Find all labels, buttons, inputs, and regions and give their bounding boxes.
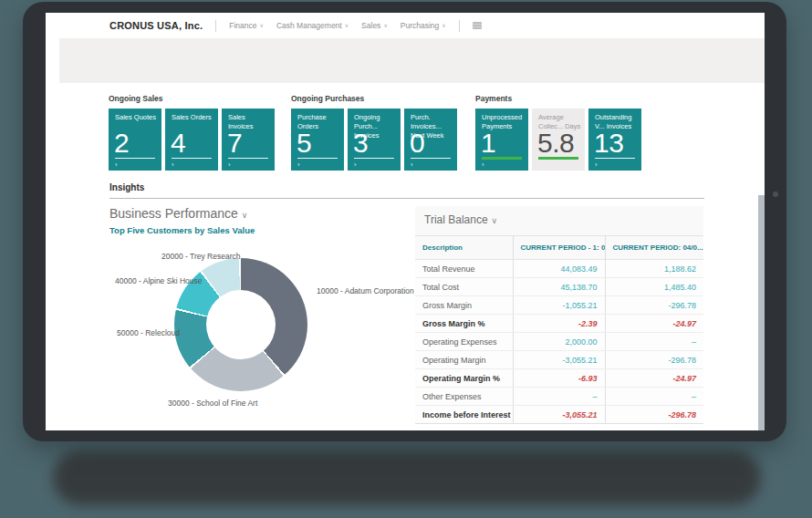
chart-label-school-of-fine-art: 30000 - School of Fine Art — [168, 399, 257, 408]
tile-underline — [595, 158, 635, 159]
app-screen: CRONUS USA, Inc. Finance∨ Cash Managemen… — [46, 13, 765, 430]
insights-divider — [109, 198, 704, 199]
table-row: Operating Expenses 2,000.00 – — [415, 333, 703, 351]
chevron-down-icon: ∨ — [259, 23, 263, 28]
chevron-right-icon: › — [354, 161, 357, 169]
chart-label-adatum: 10000 - Adatum Corporation — [317, 286, 414, 295]
table-header-row: Description CURRENT PERIOD - 1: 0... CUR… — [415, 236, 703, 260]
group-title: Ongoing Sales — [109, 94, 275, 103]
tile-kpi-bar — [538, 157, 578, 160]
company-name: CRONUS USA, Inc. — [109, 20, 203, 31]
nav-item-finance[interactable]: Finance∨ — [229, 21, 264, 30]
insights-heading: Insights — [109, 182, 144, 192]
tile-group-payments: Payments Unprocessed Payments 1 › Averag… — [475, 94, 641, 171]
chevron-right-icon: › — [595, 161, 598, 169]
chevron-down-icon: ∨ — [383, 23, 387, 28]
table-row: Gross Margin -1,055.21 -296.78 — [415, 296, 703, 315]
chevron-right-icon: › — [482, 161, 484, 169]
tile-sales-quotes[interactable]: Sales Quotes 2 › — [109, 109, 161, 171]
tile-sales-orders[interactable]: Sales Orders 4 › — [165, 109, 218, 171]
nav-divider — [215, 20, 216, 32]
nav-divider — [459, 20, 460, 32]
nav-item-purchasing[interactable]: Purchasing∨ — [401, 21, 446, 30]
col-header-current-period-1[interactable]: CURRENT PERIOD - 1: 0... — [513, 236, 605, 260]
chevron-right-icon: › — [172, 161, 174, 169]
nav-item-sales[interactable]: Sales∨ — [361, 21, 388, 30]
chevron-down-icon: ∨ — [345, 23, 349, 28]
apps-grid-icon[interactable] — [473, 22, 482, 29]
tile-sales-invoices[interactable]: Sales Invoices 7 › — [222, 109, 275, 171]
device-stand-shadow — [53, 451, 761, 505]
table-row: Other Expenses – – — [415, 388, 703, 406]
table-row: Total Cost 45,138.70 1,485.40 — [415, 278, 703, 296]
tile-group-ongoing-sales: Ongoing Sales Sales Quotes 2 › Sales Ord… — [109, 94, 275, 171]
tile-average-collection-days[interactable]: Average Collec... Days 5.8 — [532, 109, 585, 171]
tile-underline — [172, 158, 212, 159]
tile-outstanding-vendor-invoices[interactable]: Outstanding V... Invoices 13 › — [588, 109, 641, 171]
tile-underline — [411, 158, 451, 159]
chevron-right-icon: › — [297, 161, 300, 169]
chevron-down-icon: ∨ — [242, 211, 248, 220]
tablet-frame: CRONUS USA, Inc. Finance∨ Cash Managemen… — [23, 2, 786, 441]
chart-title: Top Five Customers by Sales Value — [109, 225, 255, 235]
trial-balance-table: Description CURRENT PERIOD - 1: 0... CUR… — [415, 235, 703, 424]
chevron-down-icon: ∨ — [492, 216, 498, 225]
camera-dot — [773, 192, 778, 197]
group-title: Payments — [475, 94, 641, 103]
chart-label-trey-research: 20000 - Trey Research — [161, 252, 240, 261]
table-row: Operating Margin % -6.93 -24.97 — [415, 369, 703, 388]
tile-underline — [228, 158, 268, 159]
tile-underline — [297, 158, 338, 159]
tile-unprocessed-payments[interactable]: Unprocessed Payments 1 › — [475, 109, 528, 171]
business-performance-selector[interactable]: Business Performance∨ — [109, 206, 247, 221]
tile-purchase-invoices-next-week[interactable]: Purch. Invoices... Next Week 0 › — [404, 109, 457, 171]
vertical-scrollbar-thumb[interactable] — [758, 195, 765, 430]
table-row: Income before Interest ... -3,055.21 -29… — [415, 406, 703, 424]
tile-kpi-bar — [482, 157, 522, 160]
table-row: Gross Margin % -2.39 -24.97 — [415, 315, 703, 333]
trial-balance-selector[interactable]: Trial Balance∨ — [415, 206, 703, 226]
chevron-right-icon: › — [411, 161, 413, 169]
group-title: Ongoing Purchases — [291, 94, 457, 103]
col-header-description[interactable]: Description — [415, 236, 513, 260]
top-navbar: CRONUS USA, Inc. Finance∨ Cash Managemen… — [46, 13, 765, 38]
trial-balance-panel: Trial Balance∨ Description CURRENT PERIO… — [415, 206, 703, 424]
hero-band — [59, 38, 765, 83]
chevron-right-icon: › — [115, 161, 118, 169]
tile-purchase-orders[interactable]: Purchase Orders 5 › — [291, 109, 344, 171]
nav-item-cash-management[interactable]: Cash Management∨ — [276, 21, 349, 30]
tile-group-ongoing-purchases: Ongoing Purchases Purchase Orders 5 › On… — [291, 94, 457, 171]
tile-ongoing-purchase-invoices[interactable]: Ongoing Purch... Invoices 3 › — [348, 109, 401, 171]
tile-underline — [115, 158, 155, 159]
col-header-current-period[interactable]: CURRENT PERIOD: 04/0... — [605, 236, 703, 260]
chart-label-relecloud: 50000 - Relecloud — [117, 328, 180, 337]
tile-underline — [354, 158, 394, 159]
table-row: Total Revenue 44,083.49 1,188.62 — [415, 260, 703, 278]
chart-label-alpine-ski-house: 40000 - Alpine Ski House — [115, 276, 202, 285]
chevron-right-icon: › — [228, 161, 231, 169]
chevron-down-icon: ∨ — [442, 23, 445, 28]
table-row: Operating Margin -3,055.21 -296.78 — [415, 351, 703, 369]
